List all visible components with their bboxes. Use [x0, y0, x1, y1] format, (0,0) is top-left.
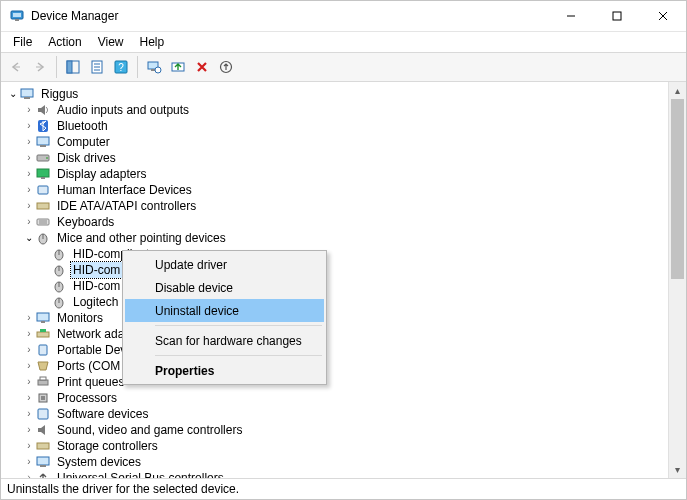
- node-display[interactable]: › Display adapters: [1, 166, 668, 182]
- node-processors[interactable]: › Processors: [1, 390, 668, 406]
- mouse-icon: [51, 294, 67, 310]
- close-button[interactable]: [640, 1, 686, 31]
- svg-rect-27: [37, 169, 49, 177]
- svg-rect-49: [38, 380, 48, 385]
- chevron-right-icon[interactable]: ›: [23, 102, 35, 118]
- node-mice[interactable]: ⌄ Mice and other pointing devices: [1, 230, 668, 246]
- properties-button[interactable]: [86, 56, 108, 78]
- hid-icon: [35, 182, 51, 198]
- ctx-separator: [155, 355, 322, 356]
- network-icon: [35, 326, 51, 342]
- node-software[interactable]: › Software devices: [1, 406, 668, 422]
- svg-rect-21: [24, 97, 30, 99]
- scroll-up-button[interactable]: ▴: [669, 82, 686, 99]
- svg-rect-48: [39, 345, 47, 355]
- node-audio[interactable]: › Audio inputs and outputs: [1, 102, 668, 118]
- ctx-properties[interactable]: Properties: [125, 359, 324, 382]
- node-computer[interactable]: › Computer: [1, 134, 668, 150]
- tree-root[interactable]: ⌄ Riggus: [1, 86, 668, 102]
- scan-hardware-button[interactable]: [143, 56, 165, 78]
- ctx-disable-device[interactable]: Disable device: [125, 276, 324, 299]
- help-button[interactable]: ?: [110, 56, 132, 78]
- show-hide-tree-button[interactable]: [62, 56, 84, 78]
- chevron-right-icon[interactable]: ›: [23, 326, 35, 342]
- scroll-track[interactable]: [669, 99, 686, 461]
- node-keyboards[interactable]: › Keyboards: [1, 214, 668, 230]
- node-disk[interactable]: › Disk drives: [1, 150, 668, 166]
- svg-rect-50: [40, 377, 46, 380]
- ide-icon: [35, 198, 51, 214]
- menu-help[interactable]: Help: [132, 33, 173, 51]
- svg-rect-29: [38, 186, 48, 194]
- node-mice-child-hid3[interactable]: HID-com: [1, 278, 668, 294]
- chevron-down-icon[interactable]: ⌄: [23, 230, 35, 246]
- node-network[interactable]: › Network ada: [1, 326, 668, 342]
- node-mice-child-hid1[interactable]: HID-compliant mouse: [1, 246, 668, 262]
- back-button[interactable]: [5, 56, 27, 78]
- computer-icon: [35, 134, 51, 150]
- node-mice-child-hid2-selected[interactable]: HID-com: [1, 262, 668, 278]
- mouse-icon: [35, 230, 51, 246]
- expand-arrow-icon[interactable]: ⌄: [7, 86, 19, 102]
- menu-view[interactable]: View: [90, 33, 132, 51]
- uninstall-button[interactable]: [191, 56, 213, 78]
- node-bluetooth[interactable]: › Bluetooth: [1, 118, 668, 134]
- node-system[interactable]: › System devices: [1, 454, 668, 470]
- chevron-right-icon[interactable]: ›: [23, 118, 35, 134]
- node-printq[interactable]: › Print queues: [1, 374, 668, 390]
- window-controls: [548, 1, 686, 31]
- vertical-scrollbar[interactable]: ▴ ▾: [668, 82, 686, 478]
- chevron-right-icon[interactable]: ›: [23, 166, 35, 182]
- menu-file[interactable]: File: [5, 33, 40, 51]
- chevron-right-icon[interactable]: ›: [23, 422, 35, 438]
- node-portable[interactable]: › Portable Dev: [1, 342, 668, 358]
- chevron-right-icon[interactable]: ›: [23, 198, 35, 214]
- chevron-right-icon[interactable]: ›: [23, 470, 35, 478]
- chevron-right-icon[interactable]: ›: [23, 406, 35, 422]
- node-usb[interactable]: › Universal Serial Bus controllers: [1, 470, 668, 478]
- svg-rect-20: [21, 89, 33, 97]
- ctx-uninstall-device[interactable]: Uninstall device: [125, 299, 324, 322]
- node-mice-child-logitech[interactable]: Logitech: [1, 294, 668, 310]
- svg-rect-30: [37, 203, 49, 209]
- svg-rect-53: [38, 409, 48, 419]
- chevron-right-icon[interactable]: ›: [23, 358, 35, 374]
- ctx-update-driver[interactable]: Update driver: [125, 253, 324, 276]
- node-storage[interactable]: › Storage controllers: [1, 438, 668, 454]
- status-bar: Uninstalls the driver for the selected d…: [1, 478, 686, 499]
- forward-button[interactable]: [29, 56, 51, 78]
- chevron-right-icon[interactable]: ›: [23, 390, 35, 406]
- sound-icon: [35, 422, 51, 438]
- keyboard-icon: [35, 214, 51, 230]
- scroll-thumb[interactable]: [671, 99, 684, 279]
- update-driver-button[interactable]: [167, 56, 189, 78]
- chevron-right-icon[interactable]: ›: [23, 374, 35, 390]
- chevron-right-icon[interactable]: ›: [23, 134, 35, 150]
- node-ide[interactable]: › IDE ATA/ATAPI controllers: [1, 198, 668, 214]
- chevron-right-icon[interactable]: ›: [23, 214, 35, 230]
- disable-button[interactable]: [215, 56, 237, 78]
- node-monitors[interactable]: › Monitors: [1, 310, 668, 326]
- chevron-right-icon[interactable]: ›: [23, 342, 35, 358]
- node-ports[interactable]: › Ports (COM &: [1, 358, 668, 374]
- scroll-down-button[interactable]: ▾: [669, 461, 686, 478]
- usb-icon: [35, 470, 51, 478]
- device-tree[interactable]: ⌄ Riggus › Audio inputs and outputs ›: [1, 82, 668, 478]
- disk-icon: [35, 150, 51, 166]
- minimize-button[interactable]: [548, 1, 594, 31]
- svg-text:?: ?: [118, 62, 124, 73]
- node-sound[interactable]: › Sound, video and game controllers: [1, 422, 668, 438]
- maximize-button[interactable]: [594, 1, 640, 31]
- portable-icon: [35, 342, 51, 358]
- chevron-right-icon[interactable]: ›: [23, 150, 35, 166]
- chevron-right-icon[interactable]: ›: [23, 454, 35, 470]
- printer-icon: [35, 374, 51, 390]
- storage-icon: [35, 438, 51, 454]
- menu-action[interactable]: Action: [40, 33, 89, 51]
- node-hid[interactable]: › Human Interface Devices: [1, 182, 668, 198]
- chevron-right-icon[interactable]: ›: [23, 310, 35, 326]
- chevron-right-icon[interactable]: ›: [23, 182, 35, 198]
- ctx-scan-hardware[interactable]: Scan for hardware changes: [125, 329, 324, 352]
- svg-rect-52: [41, 396, 45, 400]
- chevron-right-icon[interactable]: ›: [23, 438, 35, 454]
